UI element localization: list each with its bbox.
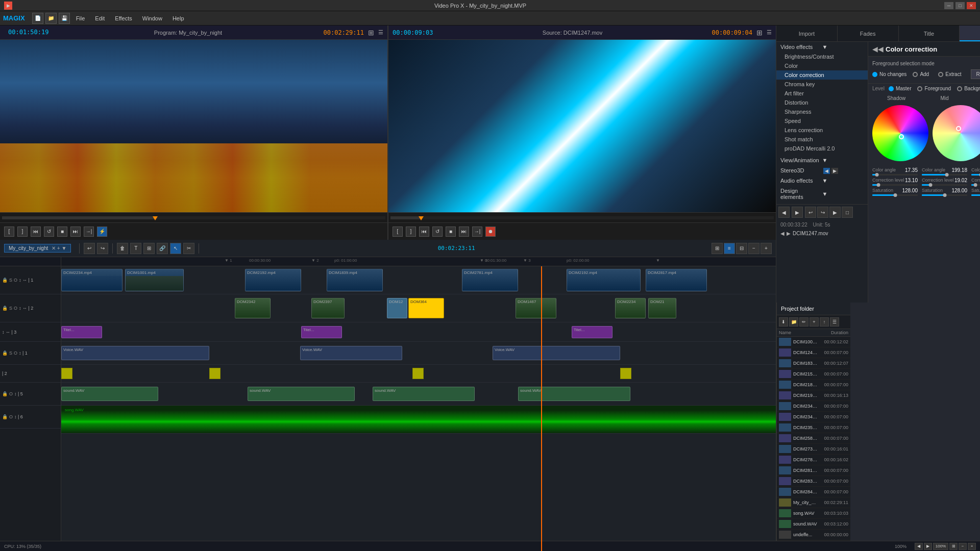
effect-lens[interactable]: Lens correction	[776, 126, 868, 135]
link-button[interactable]: 🔗	[157, 243, 168, 254]
tab-import[interactable]: Import	[776, 26, 838, 41]
source-rewind[interactable]: ↺	[432, 227, 443, 237]
select-button[interactable]: ↖	[170, 243, 181, 254]
marker-1[interactable]	[61, 368, 72, 379]
undo-button[interactable]: ↩	[84, 243, 95, 254]
pf-btn-1[interactable]: ⬇	[779, 317, 788, 327]
timeline-zoom-out[interactable]: −	[748, 243, 760, 254]
source-mark-in[interactable]: [	[393, 227, 403, 237]
maximize-button[interactable]: □	[955, 2, 965, 9]
track-solo-v2[interactable]: S	[9, 306, 12, 311]
pf-file-16[interactable]: My_city_by_night 00:02:29:11	[777, 497, 850, 508]
clip-title-2[interactable]: Titel...	[301, 326, 342, 338]
clip-v2-4[interactable]: DOM364	[408, 298, 444, 318]
open-button[interactable]: 📁	[45, 13, 57, 24]
pf-file-13[interactable]: DCIM2817... 00:00:07:00	[777, 465, 850, 476]
cc-back-button[interactable]: ◀◀	[872, 45, 884, 53]
pf-file-12[interactable]: DCIM2781... 00:00:16:02	[777, 455, 850, 465]
pf-btn-2[interactable]: 📁	[789, 317, 798, 327]
program-lightning[interactable]: ⚡	[97, 227, 107, 237]
effects-nav-btn4[interactable]: □	[842, 207, 853, 218]
razor-button[interactable]: ✂	[183, 243, 194, 254]
pf-file-14[interactable]: DCIM2834... 00:00:07:00	[777, 476, 850, 487]
program-mark-in[interactable]: [	[4, 227, 14, 237]
status-btn-zoom[interactable]: 100%	[933, 543, 948, 550]
effect-color-correction[interactable]: Color correction	[776, 70, 868, 80]
tab-title[interactable]: Title	[899, 26, 960, 41]
pf-file-8[interactable]: DCIM2348... 00:00:07:00	[777, 412, 850, 422]
program-mark-out[interactable]: ]	[17, 227, 28, 237]
track-mute-sound[interactable]: O	[9, 391, 13, 396]
design-elements-header[interactable]: Design elements ▼	[776, 186, 868, 202]
clip-sound-3[interactable]: sound.WAV	[373, 387, 475, 401]
effects-header[interactable]: Video effects ▼	[776, 42, 868, 52]
track-mute-v1[interactable]: O	[14, 278, 17, 283]
effect-distortion[interactable]: Distortion	[776, 98, 868, 107]
menu-window[interactable]: Window	[138, 14, 166, 22]
clip-title-1[interactable]: Titel...	[61, 326, 102, 338]
lights-level-slider[interactable]	[971, 184, 980, 186]
shadow-level-slider[interactable]	[872, 184, 918, 186]
pf-file-7[interactable]: DCIM2348... 00:00:07:00	[777, 401, 850, 412]
effects-nav-arrow-right[interactable]: ▶	[787, 231, 791, 236]
effects-nav-right[interactable]: ▶	[792, 207, 803, 218]
program-stop[interactable]: ■	[57, 227, 67, 237]
track-lock-v2[interactable]: 🔒	[2, 306, 8, 311]
clip-audio-2[interactable]: Voice.WAV	[300, 346, 402, 360]
pf-file-18[interactable]: sound.WAV 00:03:12:00	[777, 519, 850, 530]
radio-extract[interactable]: Extract	[938, 71, 961, 77]
clip-v2-3[interactable]: DOM12	[387, 298, 407, 318]
radio-add[interactable]: Add	[913, 71, 929, 77]
clip-v2-5[interactable]: DOM1467	[516, 298, 556, 318]
clip-sound-2[interactable]: sound.WAV	[248, 387, 355, 401]
clip-v1-6[interactable]: DCIM2192.mp4	[567, 269, 641, 291]
clip-v1-4[interactable]: DCIM1839.mp4	[327, 269, 383, 291]
program-rewind[interactable]: ↺	[44, 227, 54, 237]
mid-wheel[interactable]	[933, 105, 980, 161]
timeline-view-btn1[interactable]: ⊞	[712, 243, 723, 254]
source-goto-end[interactable]: →|	[472, 227, 482, 237]
clip-v1-7[interactable]: DCIM2817.mp4	[646, 269, 707, 291]
source-menu-button[interactable]: ☰	[767, 29, 772, 36]
menu-help[interactable]: Help	[168, 14, 188, 22]
source-expand-button[interactable]: ⊞	[756, 29, 763, 37]
clip-audio-3[interactable]: Voice.WAV	[493, 346, 620, 360]
pf-file-15[interactable]: DCIM2842... 00:00:07:00	[777, 487, 850, 497]
effect-shot-match[interactable]: Shot match	[776, 135, 868, 144]
clip-title-3[interactable]: Titel...	[572, 326, 612, 338]
marker-3[interactable]	[412, 368, 424, 379]
pf-file-19[interactable]: undeffe... 00:00:00:00	[777, 530, 850, 540]
track-lock-song[interactable]: 🔒	[2, 414, 8, 419]
pf-file-4[interactable]: DCIM2155... 00:00:07:00	[777, 369, 850, 380]
timeline-tab-project[interactable]: My_city_by_night ✕ + ▼	[4, 244, 71, 253]
mid-level-slider[interactable]	[922, 184, 967, 186]
reset-selection-button[interactable]: Reset selection	[971, 69, 980, 79]
clip-v2-1[interactable]: DOM2342	[235, 298, 271, 318]
program-menu-button[interactable]: ☰	[378, 29, 383, 36]
level-foreground[interactable]: Foreground	[917, 86, 951, 91]
source-timebar[interactable]	[388, 212, 776, 222]
playhead[interactable]	[541, 266, 542, 551]
pf-btn-3[interactable]: ✏	[799, 317, 808, 327]
shadow-wheel[interactable]	[872, 105, 928, 161]
save-button[interactable]: 💾	[59, 13, 70, 24]
mid-angle-slider[interactable]	[922, 174, 967, 176]
effect-prodad[interactable]: proDAD Mercalli 2.0	[776, 144, 868, 153]
tab-fades[interactable]: Fades	[838, 26, 899, 41]
redo-button[interactable]: ↪	[97, 243, 108, 254]
effect-speed[interactable]: Speed	[776, 116, 868, 126]
clip-v2-2[interactable]: DOM2397	[311, 298, 345, 318]
effect-brightness[interactable]: Brightness/Contrast	[776, 52, 868, 61]
text-button[interactable]: T	[130, 243, 141, 254]
clip-v1-3[interactable]: DCIM2192.mp4	[245, 269, 301, 291]
effects-nav-btn3[interactable]: ▶	[829, 207, 841, 218]
pf-file-2[interactable]: DCIM1247... 00:00:07:00	[777, 347, 850, 358]
clip-sound-4[interactable]: sound.WAV	[518, 387, 630, 401]
stereo3d-header[interactable]: Stereo3D ◀ ▶	[776, 165, 868, 176]
effect-color[interactable]: Color	[776, 61, 868, 70]
program-goto-end[interactable]: →|	[84, 227, 94, 237]
pf-file-10[interactable]: DCIM2589... 00:00:07:00	[777, 433, 850, 444]
track-lock-v1[interactable]: 🔒	[2, 278, 8, 283]
track-mute-a1[interactable]: O	[14, 350, 17, 356]
menu-effects[interactable]: Effects	[111, 14, 136, 22]
